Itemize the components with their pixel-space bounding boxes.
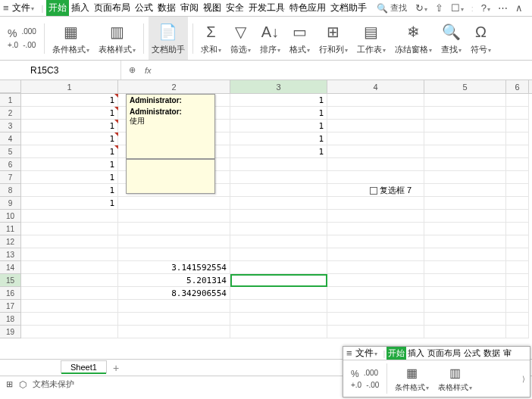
- row-header[interactable]: 8: [0, 184, 21, 197]
- cell[interactable]: [424, 313, 506, 326]
- cell[interactable]: [506, 171, 529, 184]
- cell[interactable]: [424, 274, 506, 287]
- cell[interactable]: 1: [21, 184, 118, 197]
- cell[interactable]: [506, 120, 529, 132]
- share-icon[interactable]: ⇧: [435, 2, 443, 14]
- cell[interactable]: [21, 274, 118, 287]
- cell[interactable]: [230, 158, 327, 171]
- tab-view[interactable]: 视图: [201, 0, 224, 16]
- cell[interactable]: [327, 326, 424, 338]
- cell[interactable]: [230, 326, 327, 338]
- cell[interactable]: [230, 287, 327, 300]
- cell[interactable]: [230, 197, 327, 210]
- symbol-button[interactable]: Ω 符号: [468, 17, 494, 60]
- cell[interactable]: [327, 313, 424, 326]
- select-all-corner[interactable]: [0, 80, 21, 93]
- tab-insert[interactable]: 插入: [69, 0, 92, 16]
- cell[interactable]: [506, 313, 529, 326]
- tab-formula[interactable]: 公式: [462, 347, 482, 360]
- cell[interactable]: [230, 274, 327, 287]
- cell[interactable]: [506, 107, 529, 120]
- row-header[interactable]: 19: [0, 326, 21, 338]
- cell[interactable]: [230, 261, 327, 274]
- cell[interactable]: 1: [21, 120, 118, 132]
- col-header-3[interactable]: 3: [230, 80, 327, 93]
- tab-start[interactable]: 开始: [386, 347, 406, 360]
- cell[interactable]: [506, 145, 529, 158]
- cells[interactable]: Administrator: Administrator: 使用 复选框 7 1…: [21, 94, 529, 338]
- tab-formula[interactable]: 公式: [133, 0, 155, 16]
- cell[interactable]: 1: [230, 132, 327, 145]
- cell[interactable]: [21, 326, 118, 338]
- cell[interactable]: [506, 261, 529, 274]
- checkbox-control[interactable]: 复选框 7: [370, 185, 412, 196]
- cell[interactable]: [424, 171, 506, 184]
- cell[interactable]: [21, 235, 118, 248]
- cell[interactable]: [424, 223, 506, 235]
- cell[interactable]: 1: [21, 158, 118, 171]
- menu-icon[interactable]: ≡: [3, 2, 9, 14]
- cell[interactable]: 1: [21, 145, 118, 158]
- cell[interactable]: [506, 287, 529, 300]
- row-header[interactable]: 14: [0, 261, 21, 274]
- decimals-1[interactable]: .000: [21, 27, 36, 39]
- fx-label[interactable]: fx: [145, 66, 152, 75]
- cell[interactable]: [327, 248, 424, 261]
- cell[interactable]: [118, 235, 230, 248]
- cell[interactable]: [118, 197, 230, 210]
- filter-button[interactable]: ▽ 筛选: [227, 17, 254, 60]
- row-header[interactable]: 1: [0, 94, 21, 107]
- cell[interactable]: [424, 287, 506, 300]
- cell[interactable]: [118, 313, 230, 326]
- percent-button[interactable]: %: [8, 27, 17, 39]
- col-header-2[interactable]: 2: [118, 80, 230, 93]
- cell[interactable]: 1: [21, 197, 118, 210]
- cell[interactable]: [21, 210, 118, 223]
- cell[interactable]: 3.141592554: [118, 261, 230, 274]
- name-box[interactable]: R15C3: [0, 61, 121, 79]
- cell[interactable]: [327, 94, 424, 107]
- cell[interactable]: [424, 158, 506, 171]
- cell[interactable]: [424, 184, 506, 197]
- cell[interactable]: [118, 223, 230, 235]
- cell[interactable]: [506, 158, 529, 171]
- cell[interactable]: [506, 235, 529, 248]
- cell[interactable]: 5.201314: [118, 274, 230, 287]
- row-header[interactable]: 2: [0, 107, 21, 120]
- cell[interactable]: [230, 248, 327, 261]
- cell[interactable]: [118, 326, 230, 338]
- comment-marker[interactable]: [114, 107, 118, 111]
- row-header[interactable]: 11: [0, 223, 21, 235]
- cond-format-button[interactable]: ▦ 条件格式: [392, 360, 432, 397]
- add-sheet-button[interactable]: +: [113, 362, 119, 374]
- table-style-button[interactable]: ▥ 表格样式: [95, 17, 139, 60]
- tab-layout[interactable]: 页面布局: [426, 347, 462, 360]
- cell[interactable]: [21, 223, 118, 235]
- layout-icon[interactable]: ⊞: [6, 379, 13, 389]
- cell[interactable]: [424, 300, 506, 313]
- comment-marker[interactable]: [114, 132, 118, 136]
- cell[interactable]: [327, 132, 424, 145]
- row-header[interactable]: 6: [0, 158, 21, 171]
- cell[interactable]: 1: [230, 94, 327, 107]
- cell[interactable]: [506, 223, 529, 235]
- cell[interactable]: [424, 107, 506, 120]
- cell[interactable]: 1: [230, 120, 327, 132]
- tab-data[interactable]: 数据: [155, 0, 178, 16]
- comment-marker[interactable]: [114, 145, 118, 149]
- cell[interactable]: [506, 326, 529, 338]
- tab-review[interactable]: 审阅: [178, 0, 201, 16]
- collapse-icon[interactable]: ∧: [515, 2, 523, 14]
- cell[interactable]: 1: [21, 171, 118, 184]
- cell[interactable]: [327, 158, 424, 171]
- cell[interactable]: [230, 210, 327, 223]
- row-header[interactable]: 10: [0, 210, 21, 223]
- cell[interactable]: [506, 248, 529, 261]
- more-icon[interactable]: ⋯: [498, 2, 508, 14]
- cell[interactable]: [118, 300, 230, 313]
- row-header[interactable]: 17: [0, 300, 21, 313]
- menu-icon[interactable]: ≡: [346, 348, 352, 359]
- cell[interactable]: [327, 171, 424, 184]
- file-menu[interactable]: 文件: [355, 347, 377, 360]
- tab-layout[interactable]: 页面布局: [92, 0, 133, 16]
